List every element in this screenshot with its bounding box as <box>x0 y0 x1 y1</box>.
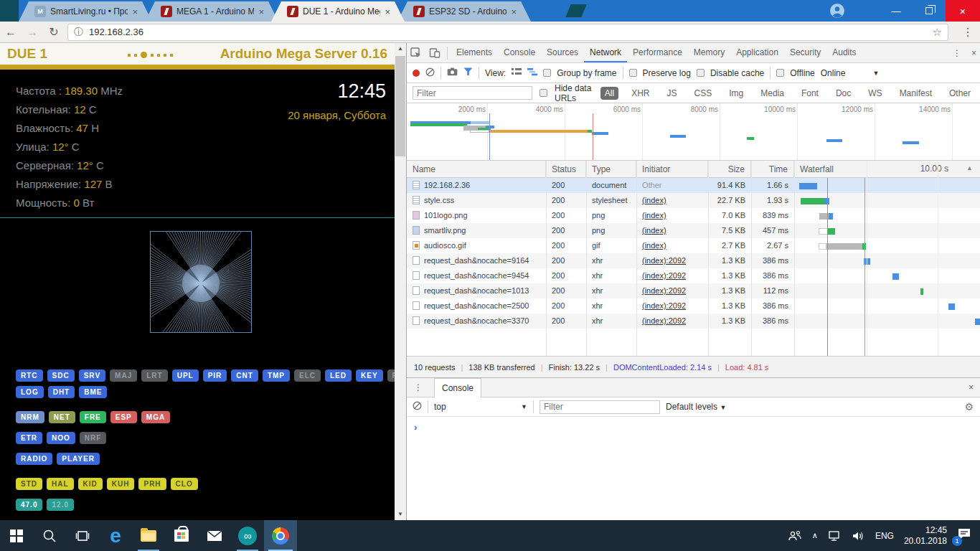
console-prompt-icon[interactable]: › <box>414 422 417 433</box>
devtools-tab-sources[interactable]: Sources <box>541 43 584 62</box>
request-row[interactable]: style.css200stylesheet(index)22.7 KB1.93… <box>407 193 980 208</box>
drawer-close-icon[interactable]: × <box>969 382 974 392</box>
initiator-link[interactable]: (index):2092 <box>642 256 686 265</box>
scroll-up-icon[interactable]: ▲ <box>395 43 406 55</box>
type-filter-all[interactable]: All <box>600 87 618 100</box>
language-indicator[interactable]: ENG <box>875 531 894 541</box>
tray-clock[interactable]: 12:45 20.01.2018 <box>904 525 947 547</box>
type-filter-manifest[interactable]: Manifest <box>895 87 936 100</box>
initiator-link[interactable]: (index):2092 <box>642 271 686 280</box>
throttling-dropdown-icon[interactable]: ▼ <box>872 70 879 77</box>
page-button-prh[interactable]: PRH <box>138 478 166 490</box>
search-button[interactable] <box>33 520 66 551</box>
tray-expand-icon[interactable]: ∧ <box>812 531 818 540</box>
scrollbar-thumb[interactable] <box>395 56 405 156</box>
page-button-net[interactable]: NET <box>49 411 75 423</box>
console-settings-gear-icon[interactable]: ⚙ <box>964 401 974 413</box>
page-button-hal[interactable]: HAL <box>47 478 74 490</box>
filter-funnel-icon[interactable] <box>463 67 473 78</box>
devtools-close-icon[interactable]: × <box>971 48 976 58</box>
initiator-link[interactable]: (index) <box>642 211 666 220</box>
browser-tab[interactable]: MEGA 1 - Arduino Mega× <box>145 1 278 22</box>
group-by-frame-checkbox[interactable] <box>543 69 551 77</box>
type-filter-xhr[interactable]: XHR <box>627 87 654 100</box>
type-filter-media[interactable]: Media <box>756 87 788 100</box>
page-button-lrt[interactable]: LRT <box>141 369 167 382</box>
page-scrollbar[interactable]: ▲ ▼ <box>395 43 406 520</box>
request-row[interactable]: smartliv.png200png(index)7.5 KB457 ms <box>407 223 980 238</box>
browser-tab[interactable]: ESP32 SD - Arduino Meg× <box>397 1 531 22</box>
inspect-element-icon[interactable] <box>407 45 425 61</box>
console-levels-select[interactable]: Default levels ▼ <box>666 402 726 412</box>
tab-close-icon[interactable]: × <box>511 6 517 17</box>
page-button-log[interactable]: LOG <box>16 386 44 398</box>
page-button-12-0[interactable]: 12.0 <box>47 499 73 511</box>
column-header-name[interactable]: Name <box>407 161 546 178</box>
volume-icon[interactable] <box>852 530 865 542</box>
initiator-link[interactable]: (index):2092 <box>642 316 686 325</box>
devtools-tab-elements[interactable]: Elements <box>451 43 498 62</box>
page-button-tmp[interactable]: TMP <box>263 369 290 382</box>
console-filter-input[interactable] <box>540 400 660 414</box>
page-button-fre[interactable]: FRE <box>80 411 106 423</box>
network-status-icon[interactable] <box>828 530 842 542</box>
page-button-pir[interactable]: PIR <box>203 369 227 382</box>
request-row[interactable]: request_dash&nocache=2500200xhr(index):2… <box>407 298 980 314</box>
page-button-rtc[interactable]: RTC <box>16 369 43 382</box>
column-header-type[interactable]: Type <box>586 161 636 178</box>
console-drawer-tab[interactable]: Console <box>434 378 481 397</box>
offline-checkbox[interactable] <box>776 69 784 77</box>
devtools-tab-console[interactable]: Console <box>498 43 541 62</box>
page-button-led[interactable]: LED <box>325 369 352 382</box>
devtools-tab-application[interactable]: Application <box>730 43 784 62</box>
drawer-menu-icon[interactable]: ⋮ <box>414 382 423 392</box>
page-button-dht[interactable]: DHT <box>48 386 75 398</box>
record-icon[interactable] <box>413 70 420 77</box>
restore-button[interactable] <box>913 0 946 22</box>
request-row[interactable]: audiosco.gif200gif(index)2.7 KB2.67 s <box>407 238 980 253</box>
initiator-link[interactable]: (index) <box>642 241 666 250</box>
request-row[interactable]: request_dash&nocache=9454200xhr(index):2… <box>407 268 980 283</box>
devtools-tab-memory[interactable]: Memory <box>688 43 730 62</box>
type-filter-font[interactable]: Font <box>797 87 823 100</box>
page-button-bme[interactable]: BME <box>79 386 107 398</box>
page-button-player[interactable]: PLAYER <box>57 453 100 465</box>
page-button-mga[interactable]: MGA <box>141 411 170 423</box>
request-row[interactable]: request_dash&nocache=9164200xhr(index):2… <box>407 253 980 268</box>
tab-close-icon[interactable]: × <box>258 6 264 17</box>
reload-button[interactable]: ↻ <box>43 25 65 39</box>
page-button-upl[interactable]: UPL <box>172 369 199 382</box>
column-header-waterfall[interactable]: Waterfall <box>794 161 980 178</box>
column-header-initiator[interactable]: Initiator <box>636 161 708 178</box>
tab-close-icon[interactable]: × <box>385 6 390 17</box>
preserve-log-checkbox[interactable] <box>629 69 637 77</box>
browser-tab[interactable]: MSmartLiving.ru • Просмо× <box>19 1 152 22</box>
action-center-button[interactable]: 1 <box>957 528 971 543</box>
page-info-icon[interactable]: ⓘ <box>74 26 83 39</box>
initiator-link[interactable]: (index) <box>642 226 666 235</box>
devtools-tab-security[interactable]: Security <box>784 43 826 62</box>
request-row[interactable]: request_dash&nocache=3370200xhr(index):2… <box>407 314 980 329</box>
file-explorer-button[interactable] <box>132 520 165 551</box>
page-button-noo[interactable]: NOO <box>47 432 75 444</box>
address-bar[interactable]: ⓘ 192.168.2.36 ☆ <box>67 24 948 41</box>
edge-button[interactable]: e <box>99 520 132 551</box>
page-button-47-0[interactable]: 47.0 <box>16 499 42 511</box>
page-button-kid[interactable]: KID <box>78 478 103 490</box>
chrome-menu-icon[interactable]: ⋮ <box>956 25 980 39</box>
store-button[interactable] <box>165 520 198 551</box>
page-button-srv[interactable]: SRV <box>79 369 105 382</box>
page-button-key[interactable]: KEY <box>356 369 383 382</box>
initiator-link[interactable]: (index):2092 <box>642 286 686 295</box>
page-button-esp[interactable]: ESP <box>110 411 137 423</box>
mail-button[interactable] <box>198 520 231 551</box>
initiator-link[interactable]: (index):2092 <box>642 301 686 310</box>
start-button[interactable] <box>0 520 33 551</box>
page-button-elc[interactable]: ELC <box>294 369 321 382</box>
type-filter-ws[interactable]: WS <box>864 87 886 100</box>
network-filter-input[interactable] <box>413 86 532 100</box>
request-row[interactable]: request_dash&nocache=1013200xhr(index):2… <box>407 283 980 298</box>
devtools-tab-network[interactable]: Network <box>584 43 627 62</box>
task-view-button[interactable] <box>66 520 99 551</box>
devtools-tab-performance[interactable]: Performance <box>627 43 688 62</box>
